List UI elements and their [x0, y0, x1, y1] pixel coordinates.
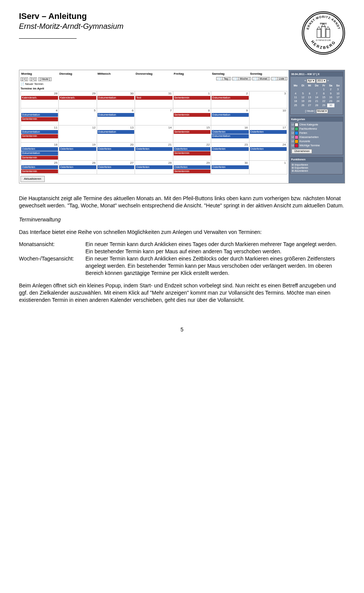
mini-next-button[interactable]: »	[327, 79, 329, 82]
calendar-event[interactable]: Dokumentation	[21, 151, 58, 155]
calendar-event[interactable]: Serientermin	[174, 151, 210, 155]
calendar-event[interactable]: Serientermin	[21, 134, 58, 138]
calendar-cell[interactable]: 1Serientermin	[173, 91, 211, 108]
weekday-header: Mittwoch	[97, 71, 135, 77]
calendar-cell[interactable]: 26Osterferien	[59, 160, 97, 174]
calendar-cell[interactable]: 11DokumentationSerientermin	[21, 126, 59, 143]
calendar-cell[interactable]: 9Dokumentation	[211, 108, 249, 126]
calendar-cell[interactable]: 5	[59, 108, 97, 126]
calendar-event[interactable]: Osterferien	[135, 147, 172, 151]
today-button[interactable]: [ Heute ]	[38, 77, 51, 81]
calendar-event[interactable]: Osterferien	[59, 147, 96, 151]
view-list-button[interactable]: 📄 Liste	[271, 77, 287, 80]
calendar-event[interactable]: Serientermin	[174, 130, 210, 134]
refresh-button[interactable]: Aktualisieren	[20, 176, 45, 182]
calendar-cell[interactable]: 15Serientermin	[173, 126, 211, 143]
calendar-event[interactable]: Osterferien	[250, 130, 287, 134]
calendar-event[interactable]: Dokumentation	[21, 113, 58, 117]
calendar-cell[interactable]: 25OsterferienSerientermin	[21, 160, 59, 174]
calendar-cell[interactable]: 28Kalenderarb.	[21, 91, 59, 108]
calendar-cell[interactable]: 4DokumentationSerientermin	[21, 108, 59, 126]
calendar-event[interactable]: Osterferien	[21, 165, 58, 169]
mini-calendar[interactable]: MoDiMiDoFrSaSo12345678910111213141516171…	[292, 84, 342, 107]
month-select[interactable]: Apr ▾	[307, 79, 315, 83]
calendar-event[interactable]: Serientermin	[21, 117, 58, 121]
category-item[interactable]: ☑ Ohne Kategorie	[292, 123, 342, 127]
view-week-button[interactable]: 📄 Woche	[232, 77, 251, 80]
category-item[interactable]: ☑ Konzerte	[292, 140, 342, 143]
calendar-event[interactable]: Kalenderarb.	[21, 96, 58, 100]
calendar-event[interactable]: Kalenderarb.	[59, 96, 96, 100]
calendar-cell[interactable]: 28Osterferien	[135, 160, 173, 174]
calendar-cell[interactable]: 7	[135, 108, 173, 126]
calendar-event[interactable]: Dokumentation	[21, 130, 58, 134]
calendar-cell[interactable]: 22OsterferienSerientermin	[173, 143, 211, 161]
calendar-event[interactable]: Osterferien	[21, 147, 58, 151]
calendar-event[interactable]: Dokumentation	[97, 113, 134, 117]
year-select[interactable]: 2011 ▾	[316, 79, 327, 83]
mini-prev-button[interactable]: «	[304, 79, 306, 82]
calendar-cell[interactable]: 20Osterferien	[97, 143, 135, 161]
calendar-cell[interactable]: 21Osterferien	[135, 143, 173, 161]
calendar-cell[interactable]: 30Dokumentation	[97, 91, 135, 108]
category-item[interactable]: ☑ Klassenarbeiten	[292, 135, 342, 139]
calendar-cell[interactable]: 3	[249, 91, 287, 108]
calendar-cell[interactable]: 18OsterferienDokumentationSerientermin	[21, 143, 59, 161]
calendar-cell[interactable]: 29OsterferienSerientermin	[173, 160, 211, 174]
calendar-event[interactable]: Test	[135, 96, 172, 100]
mini-today-button[interactable]: Heute	[307, 110, 314, 112]
calendar-event[interactable]: Dokumentation	[212, 96, 248, 100]
calendar-event[interactable]: Osterferien	[174, 147, 210, 151]
view-day-button[interactable]: 📄 Tag	[216, 77, 231, 80]
calendar-event[interactable]: Osterferien	[97, 165, 134, 169]
category-item[interactable]: ☑ Ferien	[292, 131, 342, 135]
calendar-cell[interactable]: 6Dokumentation	[97, 108, 135, 126]
calendar-event[interactable]: Osterferien	[250, 147, 287, 151]
calendar-cell[interactable]: 8Serientermin	[173, 108, 211, 126]
calendar-cell[interactable]: 23Osterferien	[211, 143, 249, 161]
calendar-event[interactable]: Dokumentation	[212, 134, 248, 138]
calendar-cell[interactable]: 24Osterferien	[249, 143, 287, 161]
calendar-cell[interactable]: 27Osterferien	[97, 160, 135, 174]
calendar-cell[interactable]: 12	[59, 126, 97, 143]
calendar-event[interactable]: Serientermin	[21, 156, 58, 160]
calendar-event[interactable]: Dokumentation	[212, 113, 248, 117]
calendar-grid[interactable]: 28Kalenderarb.29Kalenderarb.30Dokumentat…	[20, 91, 287, 174]
calendar-cell[interactable]: 30Osterferien	[211, 160, 249, 174]
prev-button[interactable]: [ « ]	[20, 77, 28, 81]
calendar-event[interactable]: Serientermin	[174, 96, 210, 100]
calendar-event[interactable]: Osterferien	[212, 165, 248, 169]
calendar-event[interactable]: Osterferien	[97, 147, 134, 151]
calendar-event[interactable]: Dokumentation	[97, 130, 134, 134]
calendar-event[interactable]: Osterferien	[174, 165, 210, 169]
function-item[interactable]: ⚙ Exportieren	[292, 166, 342, 169]
calendar-event[interactable]: Serientermin	[21, 169, 58, 173]
calendar-cell[interactable]: 17Osterferien	[249, 126, 287, 143]
calendar-event[interactable]: Serientermin	[174, 169, 210, 173]
calendar-cell[interactable]: 29Kalenderarb.	[59, 91, 97, 108]
next-button[interactable]: [ » ]	[30, 77, 37, 81]
calendar-event[interactable]: Osterferien	[135, 165, 172, 169]
mini-view-select[interactable]: Monat ▾	[316, 109, 328, 113]
function-item[interactable]: ⚙ Importieren	[292, 163, 342, 166]
apply-categories-button[interactable]: Übernehmen	[292, 149, 312, 154]
calendar-event[interactable]: Osterferien	[59, 165, 96, 169]
calendar-event[interactable]: Serientermin	[174, 113, 210, 117]
doc-title: IServ – Anleitung	[19, 11, 124, 21]
calendar-event[interactable]: Osterferien	[212, 130, 248, 134]
calendar-cell[interactable]: 13Dokumentation	[97, 126, 135, 143]
new-event-link[interactable]: 📄 Neuer Termin	[20, 82, 287, 86]
view-month-button[interactable]: 📄 Monat	[252, 77, 270, 80]
calendar-cell[interactable]: 2Dokumentation	[211, 91, 249, 108]
category-item[interactable]: ☑ Fachkonferenz	[292, 127, 342, 131]
calendar-cell[interactable]: 16OsterferienDokumentation	[211, 126, 249, 143]
calendar-cell[interactable]: 31Test	[135, 91, 173, 108]
category-item[interactable]: ☑ Wichtige Termine	[292, 144, 342, 147]
calendar-event[interactable]: Osterferien	[212, 147, 248, 151]
calendar-cell[interactable]: 14	[135, 126, 173, 143]
calendar-cell[interactable]: 19Osterferien	[59, 143, 97, 161]
calendar-event[interactable]: Dokumentation	[97, 96, 134, 100]
function-item[interactable]: ⚙ Abonnieren	[292, 169, 342, 173]
calendar-cell[interactable]: 10	[249, 108, 287, 126]
calendar-cell[interactable]: 1	[249, 160, 287, 174]
